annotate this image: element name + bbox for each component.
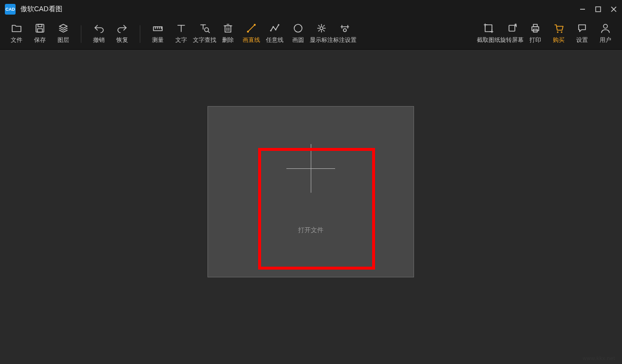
- svg-point-29: [278, 24, 280, 26]
- redo-button[interactable]: 恢复: [111, 20, 134, 48]
- toolbar: 文件保存图层撤销恢复测量文字文字查找删除画直线任意线画圆显示标注标注设置截取图纸…: [0, 18, 622, 50]
- open-file-label: 打开文件: [298, 226, 323, 235]
- svg-point-30: [294, 24, 302, 32]
- rotate-icon: [507, 23, 517, 33]
- undo-icon: [94, 23, 104, 33]
- circle-icon: [293, 23, 303, 33]
- polyline-icon: [269, 23, 280, 33]
- svg-line-23: [248, 25, 255, 32]
- svg-point-27: [273, 26, 274, 28]
- svg-line-39: [319, 30, 320, 31]
- show-annotations-button[interactable]: 显示标注: [310, 20, 333, 48]
- printer-icon: [530, 23, 541, 33]
- annotation-settings-icon: [339, 23, 350, 33]
- svg-rect-1: [596, 7, 601, 12]
- plus-icon: [286, 144, 335, 193]
- ruler-icon: [152, 23, 163, 33]
- svg-rect-6: [38, 29, 42, 32]
- toolbar-label: 测量: [152, 36, 164, 44]
- annotation-settings-button[interactable]: 标注设置: [333, 20, 357, 48]
- toolbar-label: 文件: [11, 36, 22, 44]
- svg-rect-5: [38, 24, 42, 27]
- svg-rect-49: [509, 25, 515, 31]
- redo-icon: [117, 23, 128, 33]
- app-title: 傲软CAD看图: [20, 5, 62, 14]
- close-button[interactable]: [609, 5, 618, 14]
- minimize-button[interactable]: [578, 5, 587, 14]
- svg-point-54: [561, 32, 563, 33]
- toolbar-label: 文字: [175, 36, 187, 44]
- toolbar-label: 恢复: [116, 36, 128, 44]
- draw-line-button[interactable]: 画直线: [240, 20, 263, 48]
- svg-point-43: [343, 29, 346, 32]
- layers-button[interactable]: 图层: [52, 20, 75, 48]
- toolbar-label: 用户: [600, 36, 611, 44]
- toolbar-label: 购买: [553, 36, 565, 44]
- toolbar-label: 标注设置: [333, 36, 357, 44]
- cart-icon: [553, 23, 564, 33]
- svg-line-36: [319, 25, 320, 26]
- toolbar-label: 截取图纸: [477, 36, 500, 44]
- svg-line-37: [323, 30, 324, 31]
- svg-point-25: [254, 24, 256, 26]
- svg-point-24: [247, 31, 249, 33]
- trash-icon: [223, 23, 233, 33]
- toolbar-label: 显示标注: [310, 36, 333, 44]
- svg-point-55: [603, 24, 607, 28]
- toolbar-label: 设置: [576, 36, 588, 44]
- toolbar-label: 保存: [34, 36, 46, 44]
- svg-point-26: [270, 30, 272, 32]
- file-button[interactable]: 文件: [5, 20, 28, 48]
- find-text-icon: [199, 23, 210, 33]
- open-file-panel[interactable]: 打开文件: [207, 106, 414, 277]
- user-icon: [600, 23, 611, 33]
- titlebar: CAD 傲软CAD看图: [0, 0, 622, 18]
- maximize-button[interactable]: [594, 5, 603, 14]
- user-button[interactable]: 用户: [594, 20, 617, 48]
- toolbar-label: 删除: [222, 36, 234, 44]
- draw-circle-button[interactable]: 画圆: [286, 20, 310, 48]
- toolbar-label: 画直线: [243, 36, 260, 44]
- draw-polyline-button[interactable]: 任意线: [263, 20, 286, 48]
- print-button[interactable]: 打印: [524, 20, 547, 48]
- text-find-button[interactable]: 文字查找: [193, 20, 216, 48]
- svg-line-17: [208, 31, 209, 33]
- annotation-show-icon: [316, 23, 327, 33]
- undo-button[interactable]: 撤销: [87, 20, 111, 48]
- toolbar-separator: [81, 25, 81, 43]
- layers-icon: [58, 23, 69, 33]
- toolbar-label: 图层: [57, 36, 69, 44]
- svg-point-31: [320, 27, 323, 30]
- save-button[interactable]: 保存: [28, 20, 52, 48]
- text-button[interactable]: 文字: [170, 20, 193, 48]
- svg-point-28: [275, 29, 277, 31]
- svg-rect-44: [485, 25, 492, 32]
- toolbar-label: 文字查找: [193, 36, 216, 44]
- toolbar-separator: [140, 25, 140, 43]
- line-icon: [246, 23, 257, 33]
- svg-rect-50: [532, 27, 539, 31]
- app-logo: CAD: [5, 4, 16, 15]
- svg-rect-51: [533, 24, 537, 27]
- svg-point-53: [557, 32, 559, 33]
- rotate-screen-button[interactable]: 旋转屏幕: [500, 20, 524, 48]
- toolbar-label: 画圆: [292, 36, 304, 44]
- measure-button[interactable]: 测量: [146, 20, 170, 48]
- canvas-area: 打开文件 www.kkx.net: [0, 50, 622, 364]
- titlebar-left: CAD 傲软CAD看图: [5, 4, 62, 15]
- toolbar-label: 旋转屏幕: [500, 36, 524, 44]
- text-icon: [176, 23, 187, 33]
- chat-icon: [577, 23, 587, 33]
- folder-icon: [11, 23, 22, 33]
- watermark: www.kkx.net: [583, 355, 615, 361]
- toolbar-label: 任意线: [266, 36, 283, 44]
- buy-button[interactable]: 购买: [547, 20, 570, 48]
- window-controls: [578, 5, 618, 14]
- svg-line-38: [323, 25, 324, 26]
- toolbar-label: 撤销: [93, 36, 105, 44]
- settings-button[interactable]: 设置: [570, 20, 594, 48]
- capture-drawing-button[interactable]: 截取图纸: [477, 20, 500, 48]
- toolbar-label: 打印: [529, 36, 541, 44]
- delete-button[interactable]: 删除: [216, 20, 240, 48]
- crop-icon: [483, 23, 494, 33]
